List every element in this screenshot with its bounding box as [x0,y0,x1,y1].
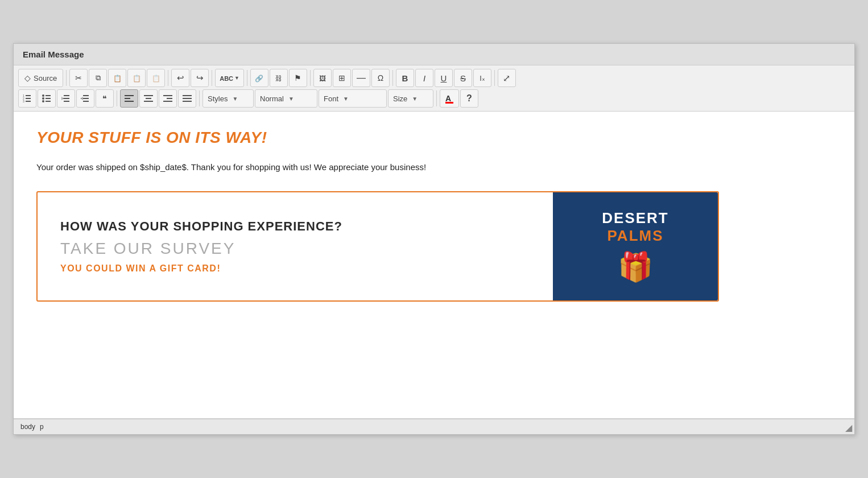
maximize-icon [503,73,510,84]
undo-button[interactable] [171,69,189,87]
specialchar-icon [378,73,383,83]
separator-3 [212,70,212,86]
toolbar-row-2: 1 2 3 [18,89,850,108]
align-right-button[interactable] [159,89,177,108]
svg-rect-16 [83,95,89,96]
svg-rect-11 [46,101,51,102]
size-arrow: ▼ [412,96,418,102]
text-color-icon: A [444,93,454,104]
svg-rect-25 [144,101,153,102]
anchor-button[interactable] [289,69,307,87]
align-center-button[interactable] [139,89,158,108]
svg-rect-2 [26,101,31,102]
separator-6 [392,70,393,86]
source-icon [24,73,31,83]
maximize-button[interactable] [498,69,516,87]
text-color-button[interactable]: A [440,89,459,108]
svg-rect-26 [163,95,172,96]
brand-name-line1: DESERT [602,209,668,227]
separator-7 [494,70,495,86]
svg-rect-12 [64,95,69,96]
svg-marker-19 [81,97,83,100]
spellcheck-arrow: ▼ [234,75,239,81]
indent-decrease-button[interactable] [57,89,75,108]
underline-button[interactable] [435,69,453,87]
editor-title: Email Message [14,44,854,65]
survey-question: HOW WAS YOUR SHOPPING EXPERIENCE? [60,219,530,234]
unordered-list-button[interactable] [38,89,56,108]
link-icon [255,74,263,83]
survey-prize: YOU COULD WIN A GIFT CARD! [60,263,530,274]
survey-left: HOW WAS YOUR SHOPPING EXPERIENCE? TAKE O… [38,192,553,300]
unlink-button[interactable] [270,69,288,87]
ordered-list-button[interactable]: 1 2 3 [18,89,36,108]
svg-point-8 [42,97,44,100]
link-button[interactable] [250,69,268,87]
separator-10 [436,90,437,106]
svg-rect-33 [445,102,453,104]
resize-handle[interactable]: ◢ [845,422,852,433]
italic-button[interactable] [415,69,433,87]
separator-5 [310,70,311,86]
toolbar-row-1: Source ▼ [18,69,850,87]
align-left-icon [125,94,134,103]
hr-button[interactable] [352,69,370,87]
paste-button[interactable] [108,69,126,87]
bold-button[interactable] [396,69,414,87]
indent-decrease-icon [61,94,71,103]
spellcheck-button[interactable]: ▼ [215,69,244,87]
font-arrow: ▼ [343,96,349,102]
hr-icon [357,73,366,83]
table-icon [338,73,345,83]
survey-right: DESERT PALMS 🎁 [553,192,718,300]
svg-text:3: 3 [23,100,24,103]
paste2-icon [133,74,141,83]
align-center-icon [144,94,153,103]
ol-icon: 1 2 3 [23,94,32,103]
strikethrough-icon [460,73,466,83]
align-left-button[interactable] [120,89,138,108]
indent-increase-button[interactable] [76,89,94,108]
source-button[interactable]: Source [18,69,63,87]
font-label: Font [324,94,338,103]
table-button[interactable] [333,69,351,87]
svg-point-10 [42,100,44,102]
svg-rect-1 [26,98,31,99]
svg-rect-29 [183,95,192,96]
specialchar-button[interactable] [371,69,390,87]
paste2-button[interactable] [127,69,146,87]
paste3-icon [152,74,160,83]
image-button[interactable] [313,69,332,87]
image-icon [319,74,326,83]
align-justify-button[interactable] [178,89,196,108]
email-body-text: Your order was shipped on $ship_date$. T… [36,160,832,174]
styles-arrow: ▼ [232,96,238,102]
format-label: Normal [260,94,284,103]
copy-button[interactable] [89,69,107,87]
editor-content[interactable]: YOUR STUFF IS ON ITS WAY! Your order was… [14,112,854,419]
size-dropdown[interactable]: Size ▼ [388,89,433,108]
font-dropdown[interactable]: Font ▼ [319,89,387,108]
blockquote-button[interactable] [96,89,114,108]
separator-8 [117,90,117,106]
svg-rect-24 [146,98,151,99]
separator-2 [168,70,168,86]
redo-button[interactable] [191,69,209,87]
svg-rect-27 [167,98,172,99]
strikethrough-button[interactable] [454,69,472,87]
brand-name-line2: PALMS [602,227,668,245]
subscript-button[interactable] [473,69,491,87]
separator-4 [247,70,247,86]
svg-rect-31 [183,101,192,102]
separator-9 [199,90,200,106]
styles-dropdown[interactable]: Styles ▼ [202,89,254,108]
align-justify-icon [183,94,192,103]
cut-button[interactable] [69,69,88,87]
paste3-button[interactable] [147,69,165,87]
editor-statusbar: body p ◢ [14,419,854,434]
help-button[interactable]: ? [460,89,478,108]
format-dropdown[interactable]: Normal ▼ [255,89,317,108]
indent-increase-icon [81,94,90,103]
svg-rect-28 [163,101,172,102]
survey-banner[interactable]: HOW WAS YOUR SHOPPING EXPERIENCE? TAKE O… [36,191,719,302]
